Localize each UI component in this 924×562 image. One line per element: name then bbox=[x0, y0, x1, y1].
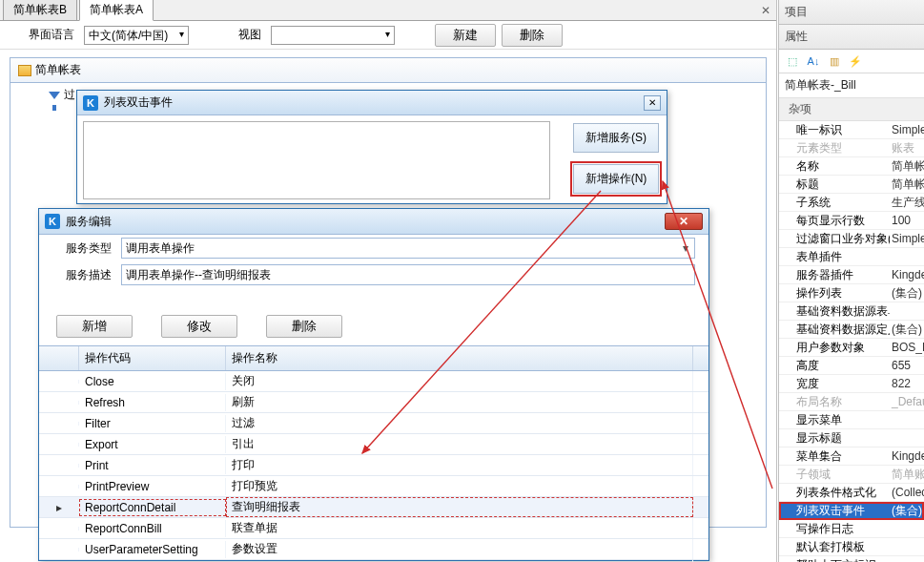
property-row[interactable]: 高度655 bbox=[779, 357, 924, 375]
property-name: 列表双击事件 bbox=[779, 503, 890, 519]
table-row[interactable]: ReportConnBill联查单据 bbox=[39, 518, 708, 539]
grid-header-name[interactable]: 操作名称 bbox=[226, 346, 693, 370]
property-name: 列表条件格式化 bbox=[779, 485, 890, 501]
operation-name-cell[interactable]: 打印预览 bbox=[226, 476, 693, 496]
property-row[interactable]: 过滤窗口业务对象(报表)SimpleRpt bbox=[779, 230, 924, 248]
prop-page-icon[interactable]: ▥ bbox=[825, 52, 844, 70]
service-close-button[interactable]: ✕ bbox=[665, 213, 703, 230]
tab-simple-report-b[interactable]: 简单帐表B bbox=[3, 0, 77, 20]
property-value[interactable]: 生产线生产 bbox=[890, 195, 924, 211]
operation-name-cell[interactable]: 过滤 bbox=[226, 413, 693, 433]
sort-alpha-icon[interactable]: A↓ bbox=[804, 52, 823, 70]
new-button[interactable]: 新建 bbox=[435, 24, 496, 47]
dblclick-close-button[interactable]: ✕ bbox=[644, 95, 661, 111]
service-add-button[interactable]: 新增 bbox=[56, 315, 133, 338]
property-row[interactable]: 子领域简单账表 bbox=[779, 466, 924, 484]
table-row[interactable]: UserParameterSetting参数设置 bbox=[39, 539, 708, 560]
property-row[interactable]: 每页显示行数100 bbox=[779, 212, 924, 230]
tab-simple-report-a[interactable]: 简单帐表A bbox=[79, 0, 154, 21]
property-value[interactable]: (集合) bbox=[890, 285, 924, 302]
property-row[interactable]: 列表条件格式化(Collection bbox=[779, 484, 924, 502]
service-type-combo[interactable]: 调用表单操作 bbox=[121, 238, 695, 259]
property-value[interactable]: 简单帐表A bbox=[890, 158, 924, 175]
property-category[interactable]: 杂项 bbox=[779, 98, 924, 121]
property-value[interactable]: (Collection bbox=[890, 486, 924, 499]
property-row[interactable]: 宽度822 bbox=[779, 375, 924, 393]
property-row[interactable]: 基础资料数据源定义(集合) bbox=[779, 321, 924, 339]
sort-category-icon[interactable]: ⬚ bbox=[783, 52, 802, 70]
property-value[interactable]: 简单账表 bbox=[890, 467, 924, 483]
property-value[interactable]: Kingdee.B bbox=[890, 449, 924, 463]
operation-name-cell[interactable]: 联查单据 bbox=[226, 518, 693, 538]
property-value[interactable]: SimpleRpt bbox=[890, 123, 924, 136]
table-row[interactable]: PrintPreview打印预览 bbox=[39, 476, 708, 497]
operation-code-cell[interactable]: Filter bbox=[79, 415, 226, 432]
table-row[interactable]: ReportConnDetail查询明细报表 bbox=[39, 497, 708, 518]
property-name: 帮助上下文标识 bbox=[779, 557, 890, 563]
events-icon[interactable]: ⚡ bbox=[846, 52, 865, 70]
add-operation-button[interactable]: 新增操作(N) bbox=[573, 164, 659, 194]
tab-close-icon[interactable]: ✕ bbox=[761, 4, 770, 17]
property-value[interactable]: (集合) bbox=[890, 503, 924, 519]
property-row[interactable]: 唯一标识SimpleRpt bbox=[779, 121, 924, 139]
property-row[interactable]: 菜单集合Kingdee.B bbox=[779, 448, 924, 466]
property-row[interactable]: 布局名称_Default bbox=[779, 393, 924, 411]
property-value[interactable]: (集合) bbox=[890, 322, 924, 338]
property-row[interactable]: 操作列表(集合) bbox=[779, 284, 924, 302]
property-value[interactable]: 655 bbox=[890, 359, 924, 372]
property-row[interactable]: 显示菜单 bbox=[779, 411, 924, 429]
property-row[interactable]: 显示标题 bbox=[779, 429, 924, 448]
property-row[interactable]: 服务器插件Kingdee.K bbox=[779, 266, 924, 284]
property-row[interactable]: 默认套打模板 bbox=[779, 538, 924, 556]
operation-code-cell[interactable]: Print bbox=[79, 457, 226, 474]
property-value[interactable]: BOS_Repo bbox=[890, 341, 924, 354]
property-row[interactable]: 表单插件 bbox=[779, 248, 924, 266]
table-row[interactable]: Export引出 bbox=[39, 434, 708, 455]
service-desc-input[interactable]: 调用表单操作--查询明细报表 bbox=[121, 264, 695, 285]
operation-code-cell[interactable]: Close bbox=[79, 373, 226, 390]
property-value[interactable]: _Default bbox=[890, 395, 924, 408]
property-value[interactable]: Kingdee.K bbox=[890, 268, 924, 281]
add-service-button[interactable]: 新增服务(S) bbox=[573, 123, 659, 153]
property-value[interactable]: SimpleRpt bbox=[890, 232, 924, 245]
operation-name-cell[interactable]: 参数设置 bbox=[226, 539, 693, 559]
delete-button[interactable]: 删除 bbox=[502, 24, 563, 47]
operation-name-cell[interactable]: 查询明细报表 bbox=[226, 497, 693, 517]
property-row[interactable]: 名称简单帐表A bbox=[779, 157, 924, 176]
list-doubleclick-dialog: K 列表双击事件 ✕ 新增服务(S) 新增操作(N) bbox=[76, 90, 667, 204]
operation-code-cell[interactable]: PrintPreview bbox=[79, 478, 226, 495]
operation-name-cell[interactable]: 关闭 bbox=[226, 371, 693, 391]
property-row[interactable]: 用户参数对象BOS_Repo bbox=[779, 339, 924, 357]
property-value[interactable]: 简单帐表 bbox=[890, 177, 924, 193]
operation-code-cell[interactable]: ReportConnBill bbox=[79, 520, 226, 537]
operation-code-cell[interactable]: Export bbox=[79, 436, 226, 453]
table-row[interactable]: Refresh刷新 bbox=[39, 392, 708, 413]
property-value[interactable]: 100 bbox=[890, 214, 924, 227]
operation-code-cell[interactable]: ReportConnDetail bbox=[79, 499, 226, 516]
property-row[interactable]: 子系统生产线生产 bbox=[779, 194, 924, 212]
properties-toolbar: ⬚ A↓ ▥ ⚡ bbox=[779, 50, 924, 73]
property-row[interactable]: 标题简单帐表 bbox=[779, 176, 924, 194]
grid-header-code[interactable]: 操作代码 bbox=[79, 346, 226, 370]
property-row[interactable]: 列表双击事件(集合) bbox=[779, 502, 924, 520]
operation-name-cell[interactable]: 打印 bbox=[226, 455, 693, 475]
table-row[interactable]: Close关闭 bbox=[39, 371, 708, 392]
property-row[interactable]: 帮助上下文标识 bbox=[779, 556, 924, 562]
table-row[interactable]: Print打印 bbox=[39, 455, 708, 476]
operation-code-cell[interactable]: UserParameterSetting bbox=[79, 541, 226, 558]
selected-object-name[interactable]: 简单帐表-_Bill bbox=[779, 73, 924, 98]
service-list-box[interactable] bbox=[83, 121, 550, 199]
property-row[interactable]: 元素类型账表 bbox=[779, 139, 924, 157]
ui-language-combo[interactable]: 中文(简体/中国) bbox=[84, 26, 189, 45]
property-row[interactable]: 基础资料数据源表单 bbox=[779, 302, 924, 321]
property-row[interactable]: 写操作日志 bbox=[779, 520, 924, 538]
operation-name-cell[interactable]: 引出 bbox=[226, 434, 693, 454]
property-value[interactable]: 账表 bbox=[890, 140, 924, 156]
view-combo[interactable] bbox=[271, 26, 395, 45]
property-value[interactable]: 822 bbox=[890, 377, 924, 390]
service-delete-button[interactable]: 删除 bbox=[266, 315, 342, 338]
operation-code-cell[interactable]: Refresh bbox=[79, 394, 226, 411]
operation-name-cell[interactable]: 刷新 bbox=[226, 392, 693, 412]
service-edit-button[interactable]: 修改 bbox=[161, 315, 237, 338]
table-row[interactable]: Filter过滤 bbox=[39, 413, 708, 434]
